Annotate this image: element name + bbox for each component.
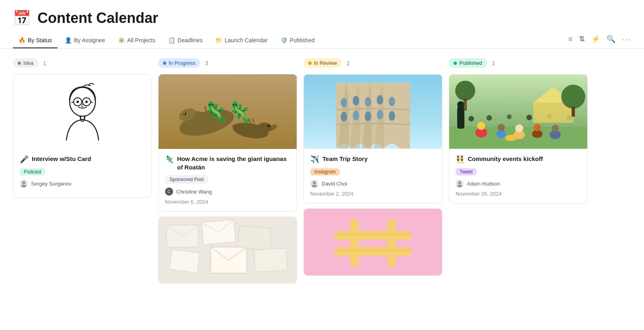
card-body-team-trip: ✈️ Team Trip Story Instagram David Choi: [304, 149, 442, 203]
tab-by-assignee[interactable]: 👤 By Assignee: [59, 33, 111, 48]
svg-point-38: [365, 111, 371, 121]
svg-rect-47: [387, 219, 396, 267]
tab-deadlines[interactable]: 📋 Deadlines: [163, 33, 208, 48]
card-iguanas[interactable]: 🦎 How Acme is saving the giant iguanas o…: [158, 74, 297, 212]
calendar-icon: 📅: [13, 10, 31, 27]
kanban-board: Idea 1: [0, 49, 644, 298]
column-inprogress-count: 3: [205, 60, 208, 66]
hashtag-svg: [304, 209, 442, 275]
svg-point-6: [76, 101, 79, 103]
svg-point-66: [507, 114, 512, 119]
svg-point-35: [389, 97, 395, 106]
filter-icon[interactable]: ≡: [568, 35, 573, 43]
iguanas-svg: [159, 74, 297, 149]
avatar-sergey: [20, 179, 28, 188]
more-options-icon[interactable]: ···: [622, 35, 631, 44]
svg-point-33: [365, 97, 371, 107]
festival-svg: [449, 74, 587, 149]
tab-by-status[interactable]: 🔥 By Status: [13, 33, 58, 48]
svg-point-61: [534, 124, 541, 131]
svg-rect-26: [169, 249, 200, 273]
column-idea-label: Idea: [23, 60, 33, 66]
author-adam: Adam Hudson: [467, 181, 500, 187]
svg-point-10: [22, 181, 25, 184]
svg-point-65: [486, 115, 492, 121]
column-idea-count: 1: [43, 60, 46, 66]
svg-rect-25: [238, 226, 271, 250]
card-body-iguanas: 🦎 How Acme is saving the giant iguanas o…: [159, 149, 297, 211]
svg-point-73: [455, 80, 475, 101]
svg-point-31: [341, 98, 347, 107]
card-title-row-team-trip: ✈️ Team Trip Story: [310, 155, 436, 164]
tab-all-projects[interactable]: ✳️ All Projects: [112, 33, 161, 48]
card-tag-sponsored: Sponsored Post: [165, 175, 208, 184]
card-tag-podcast: Podcast: [20, 168, 45, 175]
svg-rect-74: [464, 99, 467, 111]
page-title: Content Calendar: [37, 10, 158, 27]
tab-launch-calendar-label: Launch Calendar: [225, 37, 268, 43]
column-inreview-count: 2: [347, 60, 350, 66]
avatar-christine: C: [165, 188, 173, 196]
dot-published: [454, 62, 457, 65]
card-interview[interactable]: 🎤 Interview w/Stu Card Podcast Sergey Su…: [13, 74, 152, 198]
lightning-icon[interactable]: ⚡: [591, 35, 600, 43]
svg-point-57: [497, 124, 505, 131]
card-team-trip[interactable]: ✈️ Team Trip Story Instagram David Choi: [303, 74, 442, 204]
status-badge-inprogress: In Progress: [158, 58, 200, 68]
sort-icon[interactable]: ⇅: [579, 35, 585, 43]
status-badge-inreview: In Review: [303, 58, 342, 68]
column-published: Published 1: [449, 58, 588, 289]
avatar-icon-adam: [456, 179, 464, 188]
page-header: 📅 Content Calendar: [0, 0, 644, 27]
card-title-row-community: 👯 Community events kickoff: [456, 155, 581, 164]
svg-line-8: [80, 116, 81, 120]
tab-by-status-label: By Status: [28, 37, 52, 43]
column-header-inprogress: In Progress 3: [158, 58, 297, 68]
card-tag-tweet: Tweet: [456, 168, 477, 175]
app-container: 📅 Content Calendar 🔥 By Status 👤 By Assi…: [0, 0, 644, 330]
card-date-team-trip: November 2, 2024: [310, 191, 436, 197]
svg-point-11: [21, 185, 27, 188]
svg-rect-13: [159, 75, 297, 149]
svg-rect-52: [457, 107, 464, 129]
tab-by-assignee-label: By Assignee: [74, 37, 105, 43]
search-icon[interactable]: 🔍: [607, 35, 615, 43]
svg-rect-48: [334, 232, 412, 235]
tab-all-projects-label: All Projects: [127, 37, 155, 43]
svg-point-67: [526, 115, 532, 120]
card-meta-community: Adam Hudson: [456, 179, 581, 188]
svg-point-34: [377, 95, 383, 105]
person-icon: 👤: [65, 37, 72, 43]
column-header-published: Published 1: [449, 58, 588, 68]
tab-deadlines-label: Deadlines: [178, 37, 202, 43]
svg-point-40: [389, 111, 395, 121]
plane-icon: ✈️: [310, 155, 319, 164]
svg-point-71: [561, 85, 585, 109]
card-illustration: [13, 74, 151, 149]
nav-right-toolbar: ≡ ⇅ ⚡ 🔍 ···: [568, 35, 631, 47]
column-in-progress: In Progress 3: [158, 58, 297, 289]
tab-launch-calendar[interactable]: 📁 Launch Calendar: [210, 33, 273, 48]
svg-rect-46: [350, 219, 359, 267]
card-hashtag[interactable]: [303, 208, 442, 276]
svg-point-21: [267, 125, 270, 127]
card-envelopes[interactable]: [158, 217, 297, 284]
card-title-row-iguanas: 🦎 How Acme is saving the giant iguanas o…: [165, 155, 290, 171]
svg-point-18: [184, 112, 185, 113]
card-meta-iguanas: C Christine Wang: [165, 188, 290, 196]
dot-inreview: [308, 62, 312, 65]
people-icon: 👯: [456, 155, 464, 164]
fire-icon: 🔥: [19, 37, 25, 43]
card-title-interview: Interview w/Stu Card: [32, 155, 91, 163]
table-icon: 📋: [168, 37, 175, 43]
svg-point-64: [469, 116, 474, 122]
svg-rect-28: [254, 248, 287, 272]
tab-published[interactable]: 🛡️ Published: [275, 33, 320, 48]
card-community[interactable]: 👯 Community events kickoff Tweet Adam Hu…: [449, 74, 588, 204]
card-image-iguanas: [159, 74, 297, 149]
card-body-community: 👯 Community events kickoff Tweet Adam Hu…: [449, 149, 587, 203]
avatar-david: [310, 179, 318, 188]
svg-rect-72: [572, 107, 575, 117]
dot-idea: [18, 62, 21, 65]
iguana-icon: 🦎: [165, 155, 174, 164]
